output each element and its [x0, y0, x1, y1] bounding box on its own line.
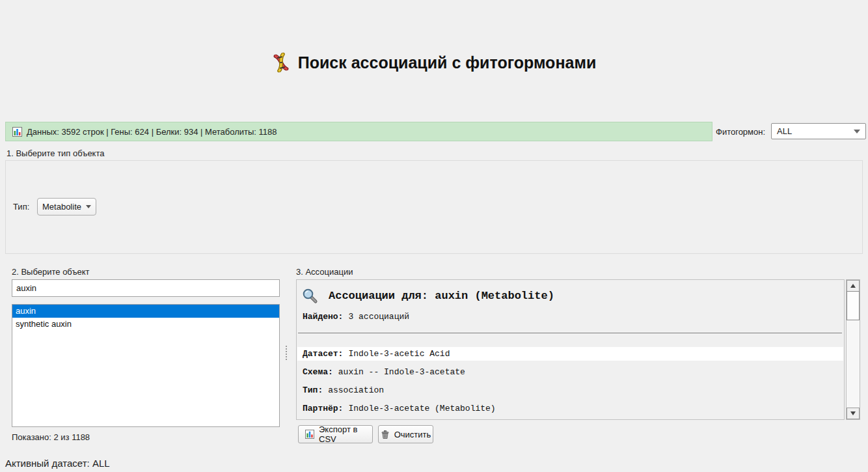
- results-scrollbar[interactable]: [846, 279, 860, 420]
- list-item[interactable]: auxin: [12, 305, 279, 318]
- section1-label: 1. Выберите тип объекта: [7, 148, 104, 158]
- status-bar-text: Данных: 3592 строк | Гены: 624 | Белки: …: [27, 127, 277, 137]
- result-row-value: association: [328, 385, 384, 395]
- status-bar: Данных: 3592 строк | Гены: 624 | Белки: …: [5, 122, 712, 141]
- found-label: Найдено:: [303, 312, 343, 322]
- found-value: 3 ассоциаций: [348, 312, 409, 322]
- trash-icon: [381, 430, 390, 439]
- scroll-down-button[interactable]: [847, 408, 860, 419]
- result-row-label: Тип:: [303, 385, 323, 395]
- page-title-text: Поиск ассоциаций с фитогормонами: [298, 53, 597, 72]
- result-row-label: Схема:: [303, 367, 333, 377]
- shown-count-label: Показано: 2 из 1188: [12, 432, 90, 442]
- result-row-value: auxin -- Indole-3-acetate: [338, 367, 465, 377]
- bar-chart-icon: [12, 127, 22, 137]
- search-icon: [302, 288, 318, 304]
- result-row: Партнёр:Indole-3-acetate (Metabolite): [297, 402, 843, 415]
- result-row-value: Indole-3-acetate (Metabolite): [348, 404, 495, 413]
- app: { "title": { "text": "Поиск ассоциаций с…: [0, 0, 868, 472]
- results-found-line: Найдено:3 ассоциаций: [303, 312, 409, 322]
- scrollbar-thumb[interactable]: [847, 291, 860, 320]
- result-row: Датасет:Indole-3-acetic Acid: [297, 347, 843, 361]
- chevron-down-icon: [854, 130, 860, 133]
- result-row: Тип:association: [297, 383, 843, 397]
- results-header-text: Ассоциации для: auxin (Metabolite): [329, 290, 554, 302]
- hormone-select[interactable]: ALL: [771, 123, 866, 139]
- bar-chart-icon: [305, 430, 314, 439]
- results-separator: [298, 333, 842, 333]
- hormone-select-value: ALL: [777, 126, 854, 136]
- scroll-up-button[interactable]: [847, 280, 860, 292]
- export-csv-button[interactable]: Экспорт в CSV: [298, 425, 373, 443]
- triangle-down-icon: [850, 411, 856, 415]
- object-listbox[interactable]: auxin synthetic auxin: [12, 304, 280, 427]
- chevron-down-icon: [86, 205, 91, 208]
- clear-label: Очистить: [394, 430, 431, 439]
- section3-label: 3. Ассоциации: [296, 267, 353, 277]
- section1-panel: [5, 160, 863, 254]
- result-row-label: Датасет:: [303, 349, 343, 359]
- result-row-label: Партнёр:: [303, 404, 343, 413]
- export-csv-label: Экспорт в CSV: [319, 424, 366, 444]
- triangle-up-icon: [850, 284, 856, 288]
- page-title: Поиск ассоциаций с фитогормонами: [0, 51, 868, 74]
- dna-icon: [272, 53, 290, 72]
- list-item[interactable]: synthetic auxin: [12, 318, 279, 331]
- results-header: Ассоциации для: auxin (Metabolite): [302, 286, 554, 305]
- screen-edge-artifact: [636, 0, 649, 5]
- active-dataset-label: Активный датасет: ALL: [5, 458, 110, 469]
- object-search-input[interactable]: [12, 279, 280, 297]
- result-row: Схема:auxin -- Indole-3-acetate: [297, 365, 843, 379]
- result-row-value: Indole-3-acetic Acid: [348, 349, 450, 359]
- pane-sash-handle[interactable]: [286, 346, 288, 360]
- clear-button[interactable]: Очистить: [378, 425, 433, 443]
- type-select-value: Metabolite: [42, 202, 81, 212]
- type-select[interactable]: Metabolite: [37, 198, 96, 215]
- hormone-filter-label: Фитогормон:: [716, 127, 765, 137]
- section2-label: 2. Выберите объект: [12, 267, 90, 277]
- type-label: Тип:: [13, 202, 29, 212]
- results-panel[interactable]: Ассоциации для: auxin (Metabolite) Найде…: [296, 279, 845, 420]
